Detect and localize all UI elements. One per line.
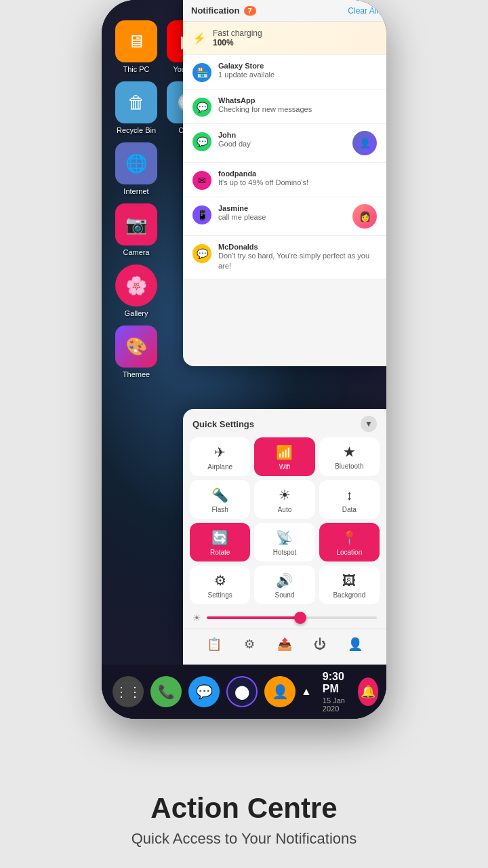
status-bar: ⋮⋮ 📞 💬 ⬤ 👤 ▲ 9:30 PM 15 Jan 2020 🔔 [102,665,386,719]
charging-label: Fast charging [213,28,262,38]
notif-app-name-foodpanda: foodpanda [218,170,377,178]
notif-app-name-galaxy-store: Galaxy Store [218,62,377,70]
hotspot-icon: 📡 [276,530,293,546]
bottom-title: Action Centre [0,792,488,825]
dock-icons: ⋮⋮ 📞 💬 ⬤ 👤 [113,676,296,707]
notification-panel: Notification 7 Clear All ⚡ Fast charging… [183,0,386,366]
notif-message-whatsapp: Checking for new messages [218,104,377,115]
charging-percent: 100% [213,38,262,47]
dock-contacts-button[interactable]: 👤 [264,676,296,707]
notif-content-mcdonalds: McDonalds Don't try so hard, You're simp… [218,243,377,272]
quick-settings-title: Quick Settings [192,419,254,429]
dock-home-button[interactable]: ⬤ [226,676,258,707]
qs-tile-sound[interactable]: 🔊 Sound [254,566,314,604]
flash-label: Flash [211,506,228,513]
brightness-row: ☀ [183,610,386,629]
notif-message-john: Good day [218,139,346,149]
notification-item-foodpanda[interactable]: ✉ foodpanda It's up to 49% off Domino's! [183,163,386,197]
app-icon-camera[interactable]: 📷 Camera [115,203,157,256]
quick-settings-panel: Quick Settings ▼ ✈ Airplane 📶 Wifi ★ Blu… [183,409,386,665]
qs-tile-data[interactable]: ↕ Data [319,480,380,519]
location-icon: 📍 [341,530,358,546]
wifi-icon: 📶 [276,444,293,460]
app-icon-recycle[interactable]: 🗑 Recycle Bin [115,81,157,134]
notif-avatar-jasmine: 👩 [352,204,377,229]
notification-item-whatsapp[interactable]: 💬 WhatsApp Checking for new messages [183,90,386,124]
qs-user-icon[interactable]: 👤 [344,633,366,655]
notif-app-name-whatsapp: WhatsApp [218,96,377,104]
charging-icon: ⚡ [192,32,206,45]
qs-tile-wifi[interactable]: 📶 Wifi [254,437,314,476]
clear-all-button[interactable]: Clear All [348,6,378,16]
notification-item-jasmine[interactable]: 📱 Jasmine call me please 👩 [183,197,386,236]
hotspot-label: Hotspot [273,549,296,556]
qs-share-icon[interactable]: 📤 [274,633,296,655]
sound-icon: 🔊 [276,572,293,589]
notification-item-mcdonalds[interactable]: 💬 McDonalds Don't try so hard, You're si… [183,236,386,279]
qs-save-icon[interactable]: 📋 [203,633,225,655]
bluetooth-icon: ★ [344,445,354,460]
bottom-text-section: Action Centre Quick Access to Your Notif… [0,792,488,848]
notif-message-foodpanda: It's up to 49% off Domino's! [218,178,377,188]
rotate-icon: 🔄 [211,530,228,546]
notif-message-jasmine: call me please [218,212,346,222]
notif-message-mcdonalds: Don't try so hard, You're simply perfect… [218,251,377,272]
status-up-button[interactable]: ▲ [296,680,317,703]
notification-item-galaxy-store[interactable]: 🏪 Galaxy Store 1 update availale [183,55,386,90]
phone-screen: 🖥 Thic PC ▶ YouTube 🗑 Recycle Bin 🕐 Cloc… [102,0,386,719]
settings-label: Settings [208,591,232,599]
notif-title-row: Notification 7 [191,5,256,16]
qs-tile-airplane[interactable]: ✈ Airplane [190,437,250,476]
bottom-subtitle: Quick Access to Your Notifications [0,830,488,848]
status-right-group: ▲ 9:30 PM 15 Jan 2020 🔔 [296,671,378,713]
notif-app-icon-john: 💬 [192,132,211,151]
status-notification-button[interactable]: 🔔 [358,677,378,706]
app-icon-internet[interactable]: 🌐 Internet [115,142,157,195]
background-icon: 🖼 [342,573,356,589]
qs-tile-bluetooth[interactable]: ★ Bluetooth [319,437,380,476]
qs-bottom-row: 📋 ⚙ 📤 ⏻ 👤 [183,629,386,658]
notification-item-john[interactable]: 💬 John Good day 👤 [183,124,386,163]
notif-content-galaxy-store: Galaxy Store 1 update availale [218,62,377,80]
notification-header: Notification 7 Clear All [183,0,386,22]
notif-app-name-jasmine: Jasmine [218,204,346,212]
background-label: Backgrond [333,591,365,599]
qs-tile-background[interactable]: 🖼 Backgrond [319,566,380,604]
status-date: 15 Jan 2020 [323,696,352,713]
qs-power-icon[interactable]: ⏻ [309,633,331,655]
settings-icon: ⚙ [214,572,226,589]
quick-settings-collapse-button[interactable]: ▼ [361,416,377,432]
dock-phone-button[interactable]: 📞 [150,676,182,707]
status-clock: 9:30 PM 15 Jan 2020 [323,671,352,713]
qs-tile-location[interactable]: 📍 Location [319,523,380,561]
auto-icon: ☀ [279,487,291,503]
location-label: Location [336,549,362,556]
data-label: Data [342,506,357,513]
notif-content-john: John Good day [218,131,346,149]
notif-content-jasmine: Jasmine call me please [218,204,346,222]
notification-title: Notification [191,5,240,16]
qs-settings-icon[interactable]: ⚙ [239,633,260,655]
notif-app-icon-jasmine: 📱 [192,205,211,224]
app-icon-thicpc[interactable]: 🖥 Thic PC [115,20,157,73]
qs-tile-auto[interactable]: ☀ Auto [254,480,314,519]
notif-message-galaxy-store: 1 update availale [218,70,377,80]
dock-apps-button[interactable]: ⋮⋮ [113,676,144,707]
brightness-slider[interactable] [207,616,377,619]
brightness-icon: ☀ [192,612,201,623]
phone-frame: 🖥 Thic PC ▶ YouTube 🗑 Recycle Bin 🕐 Cloc… [102,0,386,719]
qs-tile-rotate[interactable]: 🔄 Rotate [190,523,250,561]
qs-tile-settings[interactable]: ⚙ Settings [190,566,250,604]
brightness-thumb [294,612,306,624]
wifi-label: Wifi [279,463,291,471]
app-icon-gallery[interactable]: 🌸 Gallery [115,264,157,317]
qs-tile-flash[interactable]: 🔦 Flash [190,480,250,519]
qs-tile-hotspot[interactable]: 📡 Hotspot [254,523,314,561]
quick-settings-grid: ✈ Airplane 📶 Wifi ★ Bluetooth 🔦 Flash [183,437,386,604]
bluetooth-label: Bluetooth [335,462,363,470]
charging-info: Fast charging 100% [213,28,262,47]
dock-messages-button[interactable]: 💬 [188,676,220,707]
notif-app-name-mcdonalds: McDonalds [218,243,377,251]
app-icon-themee[interactable]: 🎨 Themee [115,326,157,378]
quick-settings-header: Quick Settings ▼ [183,409,386,437]
